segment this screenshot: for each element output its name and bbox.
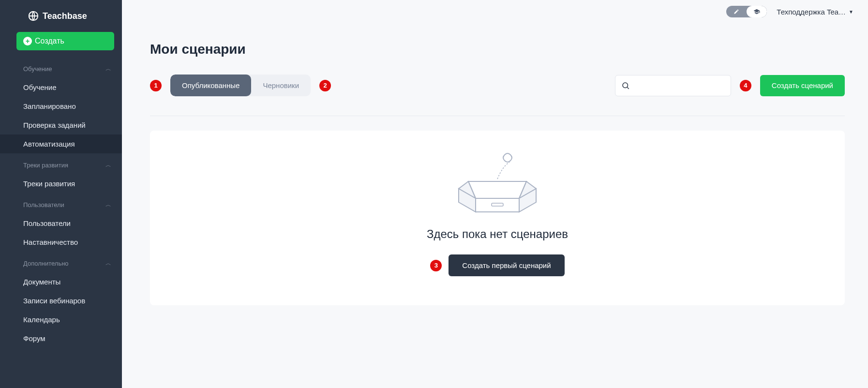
section-header-users[interactable]: Пользователи ︿ [0,196,122,214]
nav-item-tracks[interactable]: Треки развития [0,174,122,193]
section-header-extra[interactable]: Дополнительно ︿ [0,254,122,272]
nav-item-calendar[interactable]: Календарь [0,310,122,329]
user-menu[interactable]: Техподдержка Tea… ▼ [777,8,853,16]
annotation-badge-2: 2 [319,80,331,91]
section-title: Пользователи [23,201,64,209]
annotation-badge-3: 3 [430,260,442,271]
nav-section-learning: Обучение ︿ Обучение Запланировано Провер… [0,60,122,153]
annotation-badge-4: 4 [740,80,751,91]
chevron-up-icon: ︿ [105,201,111,209]
search-input[interactable] [634,81,726,90]
tabs-row: 1 Опубликованные Черновики 2 4 Создать с… [150,75,845,96]
svg-line-2 [627,87,629,89]
caret-down-icon: ▼ [849,9,853,15]
plus-icon: + [23,37,32,45]
topbar: Техподдержка Tea… ▼ [726,6,853,17]
user-label: Техподдержка Tea… [777,8,846,16]
search-box[interactable] [615,75,731,96]
tab-group: Опубликованные Черновики [170,75,311,96]
svg-marker-3 [468,181,526,198]
empty-box-icon [449,145,546,218]
chevron-up-icon: ︿ [105,65,111,73]
create-scenario-button[interactable]: Создать сценарий [760,75,845,96]
brand-logo[interactable]: Teachbase [0,7,122,30]
brand-name: Teachbase [43,11,87,21]
section-header-tracks[interactable]: Треки развития ︿ [0,156,122,174]
brain-logo-icon [28,11,39,21]
svg-rect-6 [476,198,519,212]
section-title: Треки развития [23,162,68,169]
nav-item-mentoring[interactable]: Наставничество [0,233,122,252]
section-title: Дополнительно [23,260,69,267]
divider [150,116,845,116]
nav-item-users[interactable]: Пользователи [0,214,122,233]
nav-item-automation[interactable]: Автоматизация [0,134,122,153]
tab-drafts[interactable]: Черновики [251,75,311,96]
nav-section-tracks: Треки развития ︿ Треки развития [0,156,122,193]
nav-section-extra: Дополнительно ︿ Документы Записи вебинар… [0,254,122,348]
content: Мои сценарии 1 Опубликованные Черновики … [122,0,868,305]
nav-item-forum[interactable]: Форум [0,329,122,348]
svg-point-1 [623,83,628,88]
mode-toggle[interactable] [726,6,767,17]
section-header-learning[interactable]: Обучение ︿ [0,60,122,78]
create-button-label: Создать [35,37,64,45]
sidebar: Teachbase + Создать Обучение ︿ Обучение … [0,0,122,388]
nav-item-documents[interactable]: Документы [0,272,122,291]
tab-published[interactable]: Опубликованные [170,75,251,96]
chevron-up-icon: ︿ [105,161,111,169]
nav-item-learning[interactable]: Обучение [0,78,122,97]
section-title: Обучение [23,65,52,73]
nav-item-scheduled[interactable]: Запланировано [0,97,122,116]
annotation-badge-1: 1 [150,80,162,91]
create-button[interactable]: + Создать [16,32,114,50]
nav-section-users: Пользователи ︿ Пользователи Наставничест… [0,196,122,252]
empty-state-card: Здесь пока нет сценариев 3 Создать первы… [150,131,845,305]
main-area: Техподдержка Tea… ▼ Мои сценарии 1 Опубл… [122,0,868,388]
nav-item-check-tasks[interactable]: Проверка заданий [0,116,122,134]
page-title: Мои сценарии [150,42,845,57]
create-first-scenario-button[interactable]: Создать первый сценарий [449,254,564,276]
empty-title: Здесь пока нет сценариев [427,227,568,241]
search-icon [621,81,630,90]
student-mode-icon[interactable] [747,6,767,17]
nav-item-webinars[interactable]: Записи вебинаров [0,291,122,310]
chevron-up-icon: ︿ [105,259,111,268]
edit-mode-icon[interactable] [726,6,747,17]
